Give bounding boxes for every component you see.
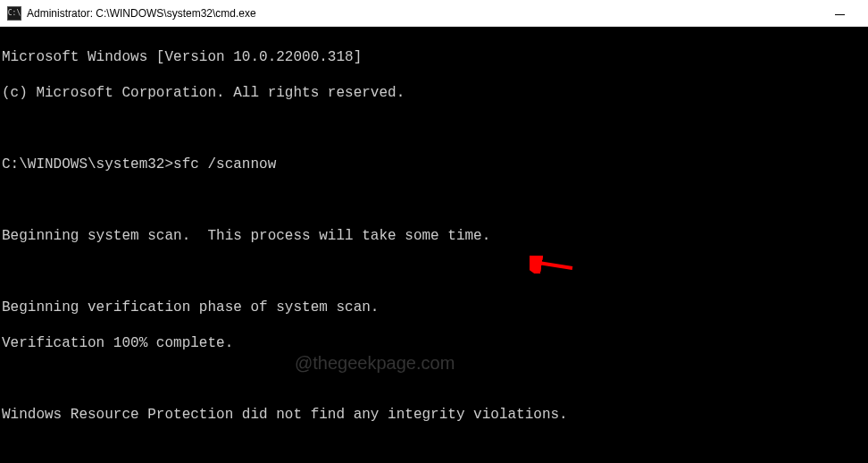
prompt-path: C:\WINDOWS\system32> [2, 156, 173, 173]
minimize-button[interactable] [822, 4, 857, 25]
cmd-icon: C:\ [7, 6, 21, 21]
output-line: Microsoft Windows [Version 10.0.22000.31… [2, 48, 866, 66]
output-line: Windows Resource Protection did not find… [2, 406, 866, 424]
output-line: Verification 100% complete. [2, 334, 866, 352]
blank-line [2, 442, 866, 459]
prompt-line: C:\WINDOWS\system32>sfc /scannow [2, 156, 866, 173]
output-line: (c) Microsoft Corporation. All rights re… [2, 84, 866, 102]
blank-line [2, 370, 866, 388]
window-title: Administrator: C:\WINDOWS\system32\cmd.e… [27, 7, 256, 20]
output-line: Beginning verification phase of system s… [2, 299, 866, 316]
terminal-output[interactable]: Microsoft Windows [Version 10.0.22000.31… [0, 27, 868, 463]
window-titlebar: C:\ Administrator: C:\WINDOWS\system32\c… [0, 0, 868, 27]
blank-line [2, 191, 866, 209]
output-line: Beginning system scan. This process will… [2, 227, 866, 245]
minimize-icon [835, 14, 845, 15]
command-text: sfc /scannow [173, 156, 276, 173]
blank-line [2, 263, 866, 281]
blank-line [2, 120, 866, 138]
